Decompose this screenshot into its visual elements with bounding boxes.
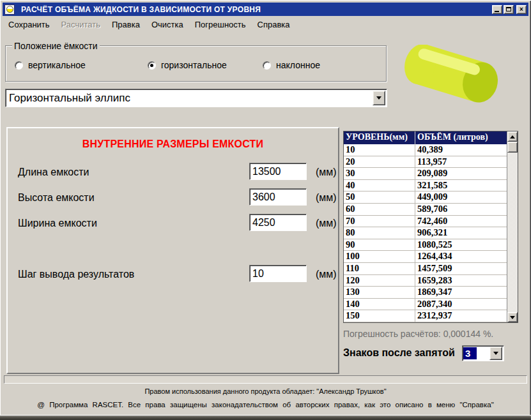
chevron-down-icon xyxy=(510,316,515,322)
table-row[interactable]: 60589,706 xyxy=(344,204,507,216)
cell-volume: 2087,340 xyxy=(415,299,507,310)
tank-level-icon xyxy=(6,6,13,13)
length-input[interactable] xyxy=(249,163,307,180)
cell-volume: 321,585 xyxy=(415,180,507,191)
chevron-up-icon xyxy=(510,133,515,139)
cell-level: 30 xyxy=(344,168,415,179)
cell-level: 70 xyxy=(344,216,415,227)
radio-horizontal-label: горизонтальное xyxy=(161,60,227,70)
decimals-label: Знаков после запятой xyxy=(343,347,455,359)
table-row[interactable]: 40321,585 xyxy=(344,180,507,192)
window-controls: × xyxy=(492,5,527,14)
position-groupbox-title: Положение ёмкости xyxy=(12,41,100,51)
cell-level: 80 xyxy=(344,227,415,239)
width-input[interactable] xyxy=(249,214,307,231)
chevron-down-icon xyxy=(493,352,498,357)
menu-save[interactable]: Сохранить xyxy=(3,19,56,31)
length-label: Длина емкости xyxy=(18,167,89,178)
window-bottom-edge xyxy=(0,415,531,420)
scrollbar-track[interactable] xyxy=(507,153,518,312)
cell-level: 10 xyxy=(344,144,415,156)
table-row[interactable]: 1001264,434 xyxy=(344,251,507,263)
decimals-value: 3 xyxy=(463,347,477,359)
radio-icon-selected xyxy=(148,61,156,70)
window-title: РАСЧЁТ ОБЪЁМА ЖИДКОСТИ В ЗАВИСИМОСТИ ОТ … xyxy=(21,5,492,14)
table-row[interactable]: 50449,009 xyxy=(344,191,507,204)
scrollbar-thumb[interactable] xyxy=(507,142,518,153)
maximize-button[interactable] xyxy=(504,5,514,14)
table-row[interactable]: 1201659,283 xyxy=(344,275,507,287)
menu-clear[interactable]: Очистка xyxy=(146,19,189,31)
radio-inclined[interactable]: наклонное xyxy=(263,60,320,70)
decimals-dropdown-button[interactable] xyxy=(489,347,502,360)
table-row[interactable]: 1301869,347 xyxy=(344,287,507,299)
tank-shape-value: Горизонтальный эллипс xyxy=(6,92,373,105)
radio-icon xyxy=(263,61,271,70)
title-bar[interactable]: РАСЧЁТ ОБЪЁМА ЖИДКОСТИ В ЗАВИСИМОСТИ ОТ … xyxy=(3,3,528,16)
height-unit: (мм) xyxy=(316,192,337,204)
cell-level: 110 xyxy=(344,263,415,274)
height-label: Высота емкости xyxy=(18,192,95,204)
menu-bar: Сохранить Расчитать Правка Очистка Погре… xyxy=(3,17,528,31)
close-button[interactable]: × xyxy=(516,5,527,14)
table-row[interactable]: 70742,460 xyxy=(344,216,507,228)
column-header-volume: ОБЪЁМ (литров) xyxy=(415,131,507,144)
radio-inclined-label: наклонное xyxy=(276,60,320,70)
table-scrollbar[interactable] xyxy=(507,131,518,322)
table-row[interactable]: 80906,321 xyxy=(344,227,507,239)
footer-owner-text: Правом использования данного продукта об… xyxy=(0,387,531,395)
footer-copyright-text: @ Программа RASCET. Все права защищены з… xyxy=(0,401,531,409)
radio-icon xyxy=(15,61,23,70)
table-row[interactable]: 1101457,509 xyxy=(344,263,507,275)
cell-level: 120 xyxy=(344,275,415,287)
table-header: УРОВЕНЬ(мм) ОБЪЁМ (литров) xyxy=(344,131,507,144)
scroll-up-button[interactable] xyxy=(507,131,518,142)
cell-volume: 1659,283 xyxy=(415,275,507,287)
menu-accuracy[interactable]: Погрешность xyxy=(189,19,252,31)
menu-calculate: Расчитать xyxy=(56,19,106,31)
chevron-down-icon xyxy=(376,96,381,102)
step-input[interactable] xyxy=(249,265,307,282)
table-row[interactable]: 1502312,937 xyxy=(344,310,507,322)
radio-vertical[interactable]: вертикальное xyxy=(15,60,86,70)
table-row[interactable]: 1040,389 xyxy=(344,144,507,156)
cell-volume: 113,957 xyxy=(415,156,507,168)
radio-vertical-label: вертикальное xyxy=(28,60,86,70)
accuracy-text: Погрешность расчётов: 0,000144 %. xyxy=(343,329,493,339)
table-row[interactable]: 1402087,340 xyxy=(344,299,507,311)
tank-illustration xyxy=(396,45,518,112)
cell-level: 140 xyxy=(344,299,415,310)
width-unit: (мм) xyxy=(316,218,337,229)
height-input[interactable] xyxy=(249,188,307,206)
radio-dot xyxy=(150,64,153,67)
cell-level: 90 xyxy=(344,239,415,251)
cell-level: 50 xyxy=(344,191,415,203)
radio-horizontal[interactable]: горизонтальное xyxy=(148,60,227,70)
cell-volume: 1869,347 xyxy=(415,287,507,298)
minimize-button[interactable] xyxy=(492,5,502,14)
menu-edit[interactable]: Правка xyxy=(106,19,146,31)
position-options: вертикальное горизонтальное наклонное xyxy=(6,60,386,73)
menu-help[interactable]: Справка xyxy=(252,19,296,31)
length-unit: (мм) xyxy=(316,167,337,178)
cell-volume: 40,389 xyxy=(415,144,507,156)
close-icon: × xyxy=(519,6,523,13)
decimals-select[interactable]: 3 xyxy=(462,345,504,361)
scroll-down-button[interactable] xyxy=(507,312,518,322)
table-row[interactable]: 901080,525 xyxy=(344,239,507,251)
maximize-icon xyxy=(506,7,511,11)
results-grid: УРОВЕНЬ(мм) ОБЪЁМ (литров) 1040,389 2011… xyxy=(344,131,507,322)
dimensions-panel: ВНУТРЕННИЕ РАЗМЕРЫ ЕМКОСТИ Длина емкости… xyxy=(6,127,339,374)
tank-shape-select[interactable]: Горизонтальный эллипс xyxy=(5,89,387,107)
app-icon xyxy=(4,4,15,15)
cell-volume: 209,089 xyxy=(415,168,507,179)
cell-volume: 1264,434 xyxy=(415,251,507,262)
results-table: УРОВЕНЬ(мм) ОБЪЁМ (литров) 1040,389 2011… xyxy=(343,131,518,323)
tank-shape-dropdown-button[interactable] xyxy=(373,91,385,105)
cell-level: 20 xyxy=(344,156,415,168)
cell-level: 40 xyxy=(344,180,415,191)
cell-volume: 742,460 xyxy=(415,216,507,227)
table-row[interactable]: 20113,957 xyxy=(344,156,507,169)
width-label: Ширина емкости xyxy=(18,218,97,229)
table-row[interactable]: 30209,089 xyxy=(344,168,507,180)
